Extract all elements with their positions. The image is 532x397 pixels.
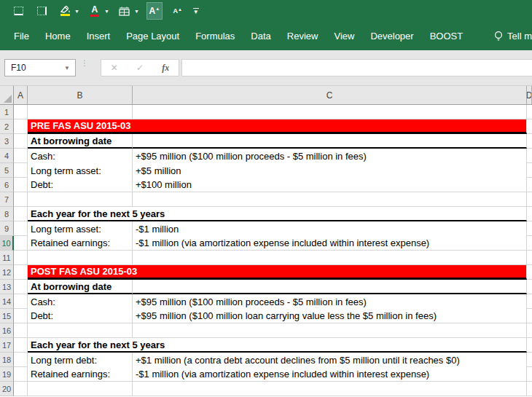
cell-D10[interactable] <box>527 236 532 251</box>
cell-B13[interactable]: At borrowing date <box>28 280 133 294</box>
cell-B18[interactable]: Long term debt: <box>28 353 133 367</box>
row-header-16[interactable]: 16 <box>0 323 14 338</box>
chevron-down-icon[interactable]: ▼ <box>64 65 70 71</box>
cell-A17[interactable] <box>14 338 28 353</box>
row-header-5[interactable]: 5 <box>0 163 14 178</box>
cell-B9[interactable]: Long term asset: <box>28 221 133 236</box>
cell-D20[interactable] <box>527 382 532 396</box>
cell-D6[interactable] <box>527 178 532 192</box>
cell-C6[interactable]: +$100 million <box>133 178 527 192</box>
cell-A13[interactable] <box>14 280 28 294</box>
cell-D1[interactable] <box>527 105 532 119</box>
cell-C9[interactable]: -$1 million <box>133 221 527 236</box>
cell-A10[interactable] <box>14 236 28 251</box>
border-right-icon[interactable] <box>34 2 50 20</box>
cell-B5[interactable]: Long term asset: <box>28 163 133 178</box>
cancel-icon[interactable]: ✕ <box>111 63 118 73</box>
cell-A20[interactable] <box>14 382 28 396</box>
decrease-font-size-button[interactable]: A ▲ <box>170 2 186 20</box>
cell-A9[interactable] <box>14 221 28 236</box>
row-header-9[interactable]: 9 <box>0 221 14 236</box>
cell-C19[interactable]: -$1 million (via amortization expense in… <box>133 367 527 382</box>
row-header-11[interactable]: 11 <box>0 251 14 265</box>
cell-A5[interactable] <box>14 163 28 178</box>
row-header-4[interactable]: 4 <box>0 149 14 163</box>
cell-C16[interactable] <box>133 323 527 338</box>
tab-insert[interactable]: Insert <box>79 22 119 50</box>
cell-D17[interactable] <box>527 338 532 353</box>
col-header-B[interactable]: B <box>28 86 133 104</box>
row-header-6[interactable]: 6 <box>0 178 14 192</box>
tab-boost[interactable]: BOOST <box>422 22 472 50</box>
cell-D14[interactable] <box>527 294 532 309</box>
cell-A19[interactable] <box>14 367 28 382</box>
row-header-10[interactable]: 10 <box>0 236 14 251</box>
cell-D19[interactable] <box>527 367 532 382</box>
cell-A6[interactable] <box>14 178 28 192</box>
cell-B8[interactable]: Each year for the next 5 years <box>28 207 527 221</box>
col-header-A[interactable]: A <box>14 86 28 104</box>
row-header-14[interactable]: 14 <box>0 294 14 309</box>
col-header-C[interactable]: C <box>133 86 527 104</box>
cell-B11[interactable] <box>28 251 133 265</box>
increase-font-size-button[interactable]: A ▲ <box>146 2 163 20</box>
row-header-20[interactable]: 20 <box>0 382 14 396</box>
cell-D15[interactable] <box>527 309 532 323</box>
cell-D18[interactable] <box>527 353 532 367</box>
tell-me-box[interactable]: Tell m <box>494 31 532 42</box>
enter-icon[interactable]: ✓ <box>136 63 144 73</box>
tab-view[interactable]: View <box>326 22 362 50</box>
cell-D7[interactable] <box>527 192 532 207</box>
cell-D13[interactable] <box>527 280 532 294</box>
cell-B19[interactable]: Retained earnings: <box>28 367 133 382</box>
font-color-button[interactable]: A ▼ <box>87 2 109 20</box>
cell-A7[interactable] <box>14 192 28 207</box>
cell-D12[interactable] <box>527 265 532 280</box>
cell-C18[interactable]: +$1 million (a contra debt account decli… <box>133 353 527 367</box>
cell-B4[interactable]: Cash: <box>28 149 133 163</box>
cell-A12[interactable] <box>14 265 28 280</box>
cell-A18[interactable] <box>14 353 28 367</box>
cell-B10[interactable]: Retained earnings: <box>28 236 133 251</box>
row-header-8[interactable]: 8 <box>0 207 14 221</box>
row-header-7[interactable]: 7 <box>0 192 14 207</box>
cell-B6[interactable]: Debt: <box>28 178 133 192</box>
cell-C7[interactable] <box>133 192 527 207</box>
cell-A15[interactable] <box>14 309 28 323</box>
cell-C4[interactable]: +$95 million ($100 million proceeds - $5… <box>133 149 527 163</box>
tab-developer[interactable]: Developer <box>362 22 421 50</box>
row-header-18[interactable]: 18 <box>0 353 14 367</box>
cell-B20[interactable] <box>28 382 133 396</box>
row-header-19[interactable]: 19 <box>0 367 14 382</box>
cell-A11[interactable] <box>14 251 28 265</box>
tab-page-layout[interactable]: Page Layout <box>118 22 187 50</box>
border-bottom-icon[interactable] <box>10 2 26 20</box>
row-header-13[interactable]: 13 <box>0 280 14 294</box>
select-all-button[interactable] <box>0 86 14 104</box>
cell-B16[interactable] <box>28 323 133 338</box>
cell-A4[interactable] <box>14 149 28 163</box>
cell-C13[interactable] <box>133 280 527 294</box>
name-box[interactable]: F10 ▼ <box>4 59 76 76</box>
cell-D16[interactable] <box>527 323 532 338</box>
tab-formulas[interactable]: Formulas <box>187 22 243 50</box>
cell-D2[interactable] <box>527 119 532 134</box>
cell-D4[interactable] <box>527 149 532 163</box>
cell-D5[interactable] <box>527 163 532 178</box>
col-header-D[interactable]: D <box>527 86 532 104</box>
cell-D11[interactable] <box>527 251 532 265</box>
cell-C11[interactable] <box>133 251 527 265</box>
cell-A2[interactable] <box>14 119 28 134</box>
formula-input[interactable] <box>181 59 532 76</box>
tab-file[interactable]: File <box>6 22 37 50</box>
cell-B3[interactable]: At borrowing date <box>28 134 133 149</box>
cell-C15[interactable]: +$95 million ($100 million loan carrying… <box>133 309 527 323</box>
tab-home[interactable]: Home <box>37 22 79 50</box>
fill-color-button[interactable]: ▼ <box>57 2 79 20</box>
cell-C3[interactable] <box>133 134 527 149</box>
cell-D9[interactable] <box>527 221 532 236</box>
cell-C5[interactable]: +$5 million <box>133 163 527 178</box>
row-header-17[interactable]: 17 <box>0 338 14 353</box>
cell-D8[interactable] <box>527 207 532 221</box>
row-header-2[interactable]: 2 <box>0 119 14 134</box>
